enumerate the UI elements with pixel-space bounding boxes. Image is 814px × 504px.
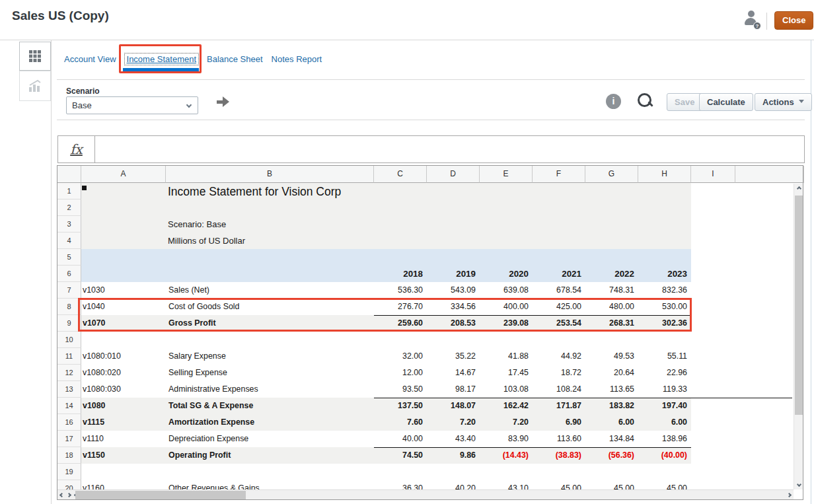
- value-cell[interactable]: (56.36): [585, 447, 638, 464]
- value-cell[interactable]: 276.70: [374, 299, 427, 315]
- row-header-4[interactable]: 4: [57, 233, 81, 249]
- value-cell[interactable]: 12.00: [374, 365, 427, 381]
- value-cell[interactable]: 171.87: [533, 398, 585, 414]
- column-header-blank[interactable]: [735, 166, 804, 183]
- value-cell[interactable]: 18.72: [533, 365, 585, 381]
- account-code-cell[interactable]: v1070: [81, 315, 166, 332]
- account-code-cell[interactable]: v1030: [81, 282, 166, 299]
- search-icon[interactable]: [636, 92, 655, 110]
- value-cell[interactable]: 138.96: [638, 431, 691, 447]
- value-cell[interactable]: 32.00: [374, 348, 427, 365]
- value-cell[interactable]: 6.00: [585, 414, 638, 431]
- value-cell[interactable]: 44.92: [533, 348, 585, 365]
- value-cell[interactable]: 678.54: [533, 282, 585, 299]
- value-cell[interactable]: 400.00: [480, 299, 533, 315]
- value-cell[interactable]: 162.42: [480, 398, 533, 414]
- grid-view-button[interactable]: [19, 42, 51, 71]
- column-header-E[interactable]: E: [480, 166, 533, 183]
- scroll-down-button[interactable]: [794, 480, 803, 489]
- save-button[interactable]: Save: [667, 93, 702, 111]
- value-cell[interactable]: 113.65: [585, 381, 638, 398]
- year-header-2018[interactable]: 2018: [374, 266, 427, 282]
- value-cell[interactable]: 113.60: [533, 431, 585, 447]
- account-label-cell[interactable]: Selling Expense: [166, 365, 374, 381]
- user-assistance-icon[interactable]: ?: [744, 11, 761, 30]
- column-header-A[interactable]: A: [81, 166, 166, 183]
- column-header-B[interactable]: B: [166, 166, 374, 183]
- grid-text-cell[interactable]: Millions of US Dollar: [168, 233, 245, 249]
- value-cell[interactable]: 83.90: [480, 431, 533, 447]
- account-label-cell[interactable]: Depreciation Expense: [166, 431, 374, 447]
- account-label-cell[interactable]: Salary Expense: [166, 348, 374, 365]
- column-header-G[interactable]: G: [585, 166, 638, 183]
- cell-empty[interactable]: [166, 266, 374, 282]
- account-code-cell[interactable]: v1040: [81, 299, 166, 315]
- column-header-D[interactable]: D: [427, 166, 480, 183]
- column-header-C[interactable]: C: [374, 166, 427, 183]
- value-cell[interactable]: 6.00: [638, 414, 691, 431]
- value-cell[interactable]: 183.82: [585, 398, 638, 414]
- account-label-cell[interactable]: Gross Profit: [166, 315, 374, 332]
- value-cell[interactable]: 49.53: [585, 348, 638, 365]
- value-cell[interactable]: 148.07: [427, 398, 480, 414]
- grid-report-title[interactable]: Income Statement for Vision Corp: [168, 183, 341, 199]
- value-cell[interactable]: 43.40: [427, 431, 480, 447]
- account-label-cell[interactable]: Sales (Net): [166, 282, 374, 299]
- account-label-cell[interactable]: Cost of Goods Sold: [166, 299, 374, 315]
- column-header-F[interactable]: F: [533, 166, 585, 183]
- value-cell[interactable]: 543.09: [427, 282, 480, 299]
- row-header-9[interactable]: 9: [57, 315, 81, 332]
- row-header-1[interactable]: 1: [57, 183, 81, 199]
- value-cell[interactable]: (14.43): [480, 447, 533, 464]
- value-cell[interactable]: 536.30: [374, 282, 427, 299]
- value-cell[interactable]: 639.08: [480, 282, 533, 299]
- account-code-cell[interactable]: v1080: [81, 398, 166, 414]
- value-cell[interactable]: 22.96: [638, 365, 691, 381]
- value-cell[interactable]: 480.00: [585, 299, 638, 315]
- value-cell[interactable]: 239.08: [480, 315, 533, 332]
- value-cell[interactable]: 41.88: [480, 348, 533, 365]
- row-header-7[interactable]: 7: [57, 282, 81, 299]
- year-header-2022[interactable]: 2022: [585, 266, 638, 282]
- year-header-2019[interactable]: 2019: [427, 266, 480, 282]
- vertical-scrollbar[interactable]: [794, 184, 803, 489]
- year-header-2023[interactable]: 2023: [638, 266, 691, 282]
- value-cell[interactable]: 197.40: [638, 398, 691, 414]
- value-cell[interactable]: 6.90: [533, 414, 585, 431]
- account-code-cell[interactable]: v1115: [81, 414, 166, 431]
- row-header-12[interactable]: 12: [57, 365, 81, 381]
- value-cell[interactable]: 259.60: [374, 315, 427, 332]
- value-cell[interactable]: 93.50: [374, 381, 427, 398]
- close-button[interactable]: Close: [774, 11, 813, 30]
- value-cell[interactable]: 40.00: [374, 431, 427, 447]
- row-header-11[interactable]: 11: [57, 348, 81, 365]
- chart-view-button[interactable]: [19, 71, 51, 101]
- row-header-10[interactable]: 10: [57, 332, 81, 348]
- row-header-19[interactable]: 19: [57, 464, 81, 480]
- value-cell[interactable]: (38.83): [533, 447, 585, 464]
- scroll-right-button[interactable]: [785, 490, 794, 500]
- account-label-cell[interactable]: Administrative Expenses: [166, 381, 374, 398]
- tab-income-statement[interactable]: Income Statement: [125, 54, 199, 65]
- grid-corner-cell[interactable]: [57, 166, 81, 183]
- value-cell[interactable]: 108.24: [533, 381, 585, 398]
- row-header-14[interactable]: 14: [57, 398, 81, 414]
- row-header-3[interactable]: 3: [57, 216, 81, 233]
- actions-button[interactable]: Actions: [755, 93, 812, 111]
- formula-input[interactable]: [95, 136, 804, 162]
- cell-empty[interactable]: [81, 266, 166, 282]
- row-header-6[interactable]: 6: [57, 266, 81, 282]
- scroll-up-button[interactable]: [794, 184, 803, 194]
- row-header-8[interactable]: 8: [57, 299, 81, 315]
- year-header-2020[interactable]: 2020: [480, 266, 533, 282]
- value-cell[interactable]: 20.64: [585, 365, 638, 381]
- value-cell[interactable]: 7.60: [374, 414, 427, 431]
- account-code-cell[interactable]: v1110: [81, 431, 166, 447]
- value-cell[interactable]: 17.45: [480, 365, 533, 381]
- value-cell[interactable]: 334.56: [427, 299, 480, 315]
- account-label-cell[interactable]: Total SG & A Expense: [166, 398, 374, 414]
- year-header-2021[interactable]: 2021: [533, 266, 585, 282]
- row-header-2[interactable]: 2: [57, 199, 81, 216]
- horizontal-scroll-thumb[interactable]: [75, 491, 246, 499]
- account-code-cell[interactable]: v1080:030: [81, 381, 166, 398]
